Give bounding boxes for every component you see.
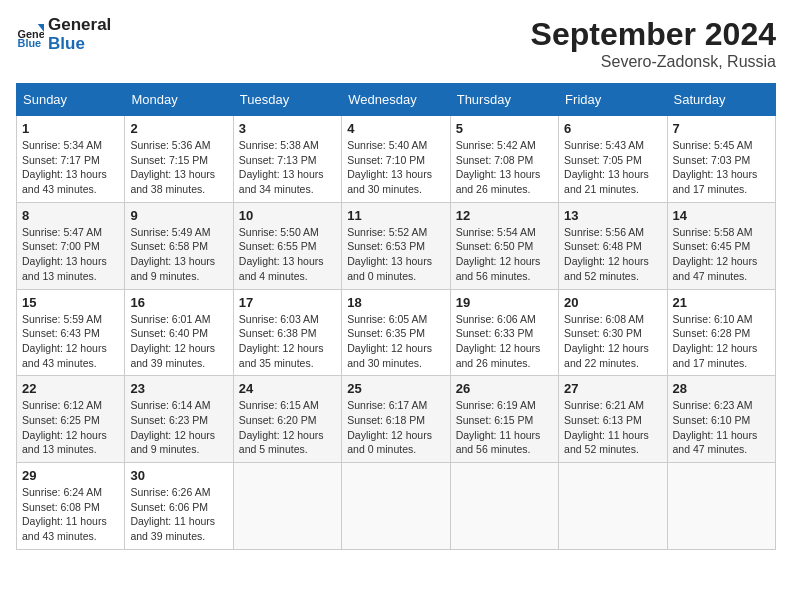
calendar-cell: 30Sunrise: 6:26 AMSunset: 6:06 PMDayligh… <box>125 463 233 550</box>
day-info: Sunrise: 5:43 AMSunset: 7:05 PMDaylight:… <box>564 138 661 197</box>
day-number: 10 <box>239 208 336 223</box>
calendar-cell: 2Sunrise: 5:36 AMSunset: 7:15 PMDaylight… <box>125 116 233 203</box>
day-number: 13 <box>564 208 661 223</box>
day-number: 7 <box>673 121 770 136</box>
calendar-cell: 28Sunrise: 6:23 AMSunset: 6:10 PMDayligh… <box>667 376 775 463</box>
calendar-cell: 16Sunrise: 6:01 AMSunset: 6:40 PMDayligh… <box>125 289 233 376</box>
day-info: Sunrise: 5:50 AMSunset: 6:55 PMDaylight:… <box>239 225 336 284</box>
day-number: 16 <box>130 295 227 310</box>
calendar-cell <box>450 463 558 550</box>
calendar-cell: 1Sunrise: 5:34 AMSunset: 7:17 PMDaylight… <box>17 116 125 203</box>
day-number: 27 <box>564 381 661 396</box>
calendar-cell: 8Sunrise: 5:47 AMSunset: 7:00 PMDaylight… <box>17 202 125 289</box>
calendar-cell: 17Sunrise: 6:03 AMSunset: 6:38 PMDayligh… <box>233 289 341 376</box>
calendar-cell: 24Sunrise: 6:15 AMSunset: 6:20 PMDayligh… <box>233 376 341 463</box>
title-block: September 2024 Severo-Zadonsk, Russia <box>531 16 776 71</box>
calendar-cell: 5Sunrise: 5:42 AMSunset: 7:08 PMDaylight… <box>450 116 558 203</box>
day-info: Sunrise: 5:49 AMSunset: 6:58 PMDaylight:… <box>130 225 227 284</box>
day-number: 28 <box>673 381 770 396</box>
calendar-cell: 21Sunrise: 6:10 AMSunset: 6:28 PMDayligh… <box>667 289 775 376</box>
day-info: Sunrise: 6:01 AMSunset: 6:40 PMDaylight:… <box>130 312 227 371</box>
day-info: Sunrise: 6:19 AMSunset: 6:15 PMDaylight:… <box>456 398 553 457</box>
day-number: 9 <box>130 208 227 223</box>
calendar-cell <box>667 463 775 550</box>
calendar-cell: 11Sunrise: 5:52 AMSunset: 6:53 PMDayligh… <box>342 202 450 289</box>
weekday-header: Monday <box>125 84 233 116</box>
day-number: 4 <box>347 121 444 136</box>
day-info: Sunrise: 5:52 AMSunset: 6:53 PMDaylight:… <box>347 225 444 284</box>
day-number: 22 <box>22 381 119 396</box>
day-number: 20 <box>564 295 661 310</box>
day-info: Sunrise: 5:45 AMSunset: 7:03 PMDaylight:… <box>673 138 770 197</box>
calendar-cell <box>342 463 450 550</box>
logo-line2: Blue <box>48 35 111 54</box>
day-number: 23 <box>130 381 227 396</box>
day-info: Sunrise: 6:08 AMSunset: 6:30 PMDaylight:… <box>564 312 661 371</box>
day-number: 11 <box>347 208 444 223</box>
day-number: 14 <box>673 208 770 223</box>
day-number: 26 <box>456 381 553 396</box>
calendar-cell: 23Sunrise: 6:14 AMSunset: 6:23 PMDayligh… <box>125 376 233 463</box>
calendar-cell: 18Sunrise: 6:05 AMSunset: 6:35 PMDayligh… <box>342 289 450 376</box>
calendar-cell <box>233 463 341 550</box>
calendar-cell: 25Sunrise: 6:17 AMSunset: 6:18 PMDayligh… <box>342 376 450 463</box>
calendar-table: SundayMondayTuesdayWednesdayThursdayFrid… <box>16 83 776 550</box>
day-info: Sunrise: 6:21 AMSunset: 6:13 PMDaylight:… <box>564 398 661 457</box>
calendar-cell: 27Sunrise: 6:21 AMSunset: 6:13 PMDayligh… <box>559 376 667 463</box>
calendar-cell: 10Sunrise: 5:50 AMSunset: 6:55 PMDayligh… <box>233 202 341 289</box>
day-number: 2 <box>130 121 227 136</box>
day-info: Sunrise: 6:03 AMSunset: 6:38 PMDaylight:… <box>239 312 336 371</box>
weekday-header: Sunday <box>17 84 125 116</box>
day-info: Sunrise: 5:40 AMSunset: 7:10 PMDaylight:… <box>347 138 444 197</box>
day-info: Sunrise: 5:34 AMSunset: 7:17 PMDaylight:… <box>22 138 119 197</box>
day-number: 19 <box>456 295 553 310</box>
logo-icon: General Blue <box>16 21 44 49</box>
weekday-header: Thursday <box>450 84 558 116</box>
calendar-cell: 29Sunrise: 6:24 AMSunset: 6:08 PMDayligh… <box>17 463 125 550</box>
day-number: 12 <box>456 208 553 223</box>
calendar-cell: 26Sunrise: 6:19 AMSunset: 6:15 PMDayligh… <box>450 376 558 463</box>
day-info: Sunrise: 5:47 AMSunset: 7:00 PMDaylight:… <box>22 225 119 284</box>
calendar-cell: 7Sunrise: 5:45 AMSunset: 7:03 PMDaylight… <box>667 116 775 203</box>
calendar-cell: 20Sunrise: 6:08 AMSunset: 6:30 PMDayligh… <box>559 289 667 376</box>
calendar-cell: 22Sunrise: 6:12 AMSunset: 6:25 PMDayligh… <box>17 376 125 463</box>
day-number: 25 <box>347 381 444 396</box>
day-info: Sunrise: 6:15 AMSunset: 6:20 PMDaylight:… <box>239 398 336 457</box>
calendar-cell: 3Sunrise: 5:38 AMSunset: 7:13 PMDaylight… <box>233 116 341 203</box>
day-info: Sunrise: 6:10 AMSunset: 6:28 PMDaylight:… <box>673 312 770 371</box>
weekday-header: Friday <box>559 84 667 116</box>
calendar-cell: 4Sunrise: 5:40 AMSunset: 7:10 PMDaylight… <box>342 116 450 203</box>
logo-line1: General <box>48 16 111 35</box>
calendar-cell: 19Sunrise: 6:06 AMSunset: 6:33 PMDayligh… <box>450 289 558 376</box>
calendar-cell: 14Sunrise: 5:58 AMSunset: 6:45 PMDayligh… <box>667 202 775 289</box>
weekday-header: Saturday <box>667 84 775 116</box>
svg-text:Blue: Blue <box>18 37 42 49</box>
calendar-week-row: 1Sunrise: 5:34 AMSunset: 7:17 PMDaylight… <box>17 116 776 203</box>
calendar-week-row: 15Sunrise: 5:59 AMSunset: 6:43 PMDayligh… <box>17 289 776 376</box>
calendar-week-row: 29Sunrise: 6:24 AMSunset: 6:08 PMDayligh… <box>17 463 776 550</box>
calendar-week-row: 22Sunrise: 6:12 AMSunset: 6:25 PMDayligh… <box>17 376 776 463</box>
day-number: 15 <box>22 295 119 310</box>
day-info: Sunrise: 6:23 AMSunset: 6:10 PMDaylight:… <box>673 398 770 457</box>
calendar-header-row: SundayMondayTuesdayWednesdayThursdayFrid… <box>17 84 776 116</box>
day-info: Sunrise: 5:59 AMSunset: 6:43 PMDaylight:… <box>22 312 119 371</box>
calendar-cell: 6Sunrise: 5:43 AMSunset: 7:05 PMDaylight… <box>559 116 667 203</box>
day-info: Sunrise: 5:56 AMSunset: 6:48 PMDaylight:… <box>564 225 661 284</box>
day-number: 5 <box>456 121 553 136</box>
day-info: Sunrise: 6:06 AMSunset: 6:33 PMDaylight:… <box>456 312 553 371</box>
day-number: 30 <box>130 468 227 483</box>
day-number: 6 <box>564 121 661 136</box>
day-number: 21 <box>673 295 770 310</box>
day-number: 24 <box>239 381 336 396</box>
day-number: 8 <box>22 208 119 223</box>
calendar-cell: 12Sunrise: 5:54 AMSunset: 6:50 PMDayligh… <box>450 202 558 289</box>
day-number: 1 <box>22 121 119 136</box>
day-info: Sunrise: 5:54 AMSunset: 6:50 PMDaylight:… <box>456 225 553 284</box>
day-number: 3 <box>239 121 336 136</box>
calendar-cell: 15Sunrise: 5:59 AMSunset: 6:43 PMDayligh… <box>17 289 125 376</box>
day-number: 18 <box>347 295 444 310</box>
weekday-header: Wednesday <box>342 84 450 116</box>
day-info: Sunrise: 6:24 AMSunset: 6:08 PMDaylight:… <box>22 485 119 544</box>
weekday-header: Tuesday <box>233 84 341 116</box>
day-info: Sunrise: 5:38 AMSunset: 7:13 PMDaylight:… <box>239 138 336 197</box>
